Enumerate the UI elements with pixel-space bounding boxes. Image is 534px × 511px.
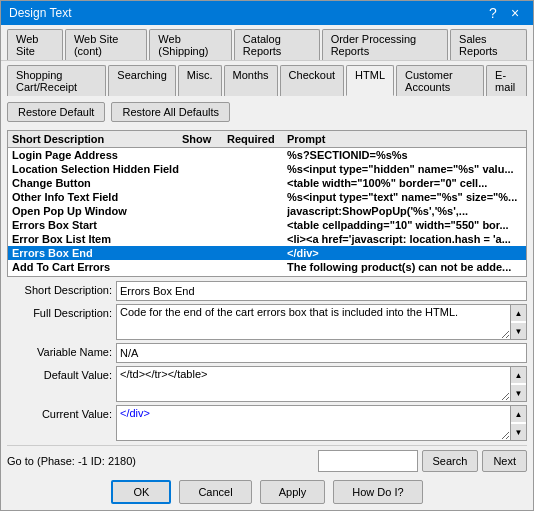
tab-sales-reports[interactable]: Sales Reports	[450, 29, 527, 60]
full-description-label: Full Description:	[7, 304, 112, 319]
table-row[interactable]: Add To Cart Errors The following product…	[8, 260, 526, 274]
current-value-scrollbar: ▲ ▼	[510, 406, 526, 440]
tab-web-shipping[interactable]: Web (Shipping)	[149, 29, 231, 60]
table-row[interactable]: Location Selection Hidden Field %s<input…	[8, 162, 526, 176]
variable-name-label: Variable Name:	[7, 343, 112, 358]
col-header-short: Short Description	[12, 133, 182, 145]
col-header-required: Required	[227, 133, 287, 145]
scroll-down-btn[interactable]: ▼	[511, 323, 526, 339]
current-value-row: Current Value: </div> ▲ ▼	[7, 405, 527, 441]
form-section: Short Description: Full Description: Cod…	[7, 281, 527, 441]
default-value-label: Default Value:	[7, 366, 112, 381]
table-row[interactable]: No Products Added Error No products have…	[8, 274, 526, 276]
search-input[interactable]	[318, 450, 418, 472]
table-row[interactable]: Other Info Text Field %s<input type="tex…	[8, 190, 526, 204]
table-row-selected[interactable]: Errors Box End </div>	[8, 246, 526, 260]
col-header-prompt: Prompt	[287, 133, 522, 145]
tab-web-site-cont[interactable]: Web Site (cont)	[65, 29, 147, 60]
default-value-wrapper: </td></tr></table> ▲ ▼	[116, 366, 527, 402]
apply-button[interactable]: Apply	[260, 480, 326, 504]
phase-info: (Phase: -1 ID: 2180)	[37, 455, 136, 467]
full-description-input[interactable]: Code for the end of the cart errors box …	[117, 305, 510, 339]
restore-all-defaults-button[interactable]: Restore All Defaults	[111, 102, 230, 122]
tab-shopping-cart[interactable]: Shopping Cart/Receipt	[7, 65, 106, 96]
restore-default-button[interactable]: Restore Default	[7, 102, 105, 122]
full-description-scrollbar: ▲ ▼	[510, 305, 526, 339]
inner-tab-bar: Shopping Cart/Receipt Searching Misc. Mo…	[1, 61, 533, 96]
cancel-button[interactable]: Cancel	[179, 480, 251, 504]
how-do-i-button[interactable]: How Do I?	[333, 480, 422, 504]
current-value-label: Current Value:	[7, 405, 112, 420]
scroll-down-btn[interactable]: ▼	[511, 424, 526, 440]
window-title: Design Text	[9, 6, 71, 20]
table-row[interactable]: Errors Box Start <table cellpadding="10"…	[8, 218, 526, 232]
tab-customer-accounts[interactable]: Customer Accounts	[396, 65, 484, 96]
tab-email[interactable]: E-mail	[486, 65, 527, 96]
bottom-buttons: OK Cancel Apply How Do I?	[7, 476, 527, 504]
table-row[interactable]: Login Page Address %s?SECTIONID=%s%s	[8, 148, 526, 162]
footer: Go to (Phase: -1 ID: 2180) Search Next	[7, 445, 527, 472]
default-value-input[interactable]: </td></tr></table>	[117, 367, 510, 401]
default-value-scrollbar: ▲ ▼	[510, 367, 526, 401]
data-table: Short Description Show Required Prompt L…	[7, 130, 527, 277]
col-header-show: Show	[182, 133, 227, 145]
variable-name-row: Variable Name:	[7, 343, 527, 363]
ok-button[interactable]: OK	[111, 480, 171, 504]
main-window: Design Text ? × Web Site Web Site (cont)…	[0, 0, 534, 511]
tab-catalog-reports[interactable]: Catalog Reports	[234, 29, 320, 60]
close-button[interactable]: ×	[505, 3, 525, 23]
default-value-row: Default Value: </td></tr></table> ▲ ▼	[7, 366, 527, 402]
full-description-wrapper: Code for the end of the cart errors box …	[116, 304, 527, 340]
title-bar-controls: ? ×	[483, 3, 525, 23]
tab-html[interactable]: HTML	[346, 65, 394, 96]
help-button[interactable]: ?	[483, 3, 503, 23]
footer-info: Go to (Phase: -1 ID: 2180)	[7, 455, 312, 467]
tab-misc[interactable]: Misc.	[178, 65, 222, 96]
short-description-row: Short Description:	[7, 281, 527, 301]
table-body: Login Page Address %s?SECTIONID=%s%s Loc…	[8, 148, 526, 276]
scroll-up-btn[interactable]: ▲	[511, 406, 526, 422]
tab-order-processing[interactable]: Order Processing Reports	[322, 29, 448, 60]
tab-checkout[interactable]: Checkout	[280, 65, 344, 96]
table-row[interactable]: Change Button <table width="100%" border…	[8, 176, 526, 190]
table-row[interactable]: Error Box List Item <li><a href='javascr…	[8, 232, 526, 246]
search-button[interactable]: Search	[422, 450, 479, 472]
tab-months[interactable]: Months	[224, 65, 278, 96]
title-bar: Design Text ? ×	[1, 1, 533, 25]
short-description-label: Short Description:	[7, 281, 112, 296]
full-description-row: Full Description: Code for the end of th…	[7, 304, 527, 340]
variable-name-input[interactable]	[116, 343, 527, 363]
footer-search: Search Next	[318, 450, 527, 472]
scroll-down-btn[interactable]: ▼	[511, 385, 526, 401]
toolbar: Restore Default Restore All Defaults	[7, 102, 527, 126]
goto-label: Go to	[7, 455, 34, 467]
table-row[interactable]: Open Pop Up Window javascript:ShowPopUp(…	[8, 204, 526, 218]
main-content: Restore Default Restore All Defaults Sho…	[1, 96, 533, 510]
scroll-up-btn[interactable]: ▲	[511, 305, 526, 321]
current-value-input[interactable]: </div>	[117, 406, 510, 440]
next-button[interactable]: Next	[482, 450, 527, 472]
current-value-wrapper: </div> ▲ ▼	[116, 405, 527, 441]
tab-web-site[interactable]: Web Site	[7, 29, 63, 60]
short-description-input[interactable]	[116, 281, 527, 301]
table-header: Short Description Show Required Prompt	[8, 131, 526, 148]
outer-tab-bar: Web Site Web Site (cont) Web (Shipping) …	[1, 25, 533, 61]
tab-searching[interactable]: Searching	[108, 65, 176, 96]
scroll-up-btn[interactable]: ▲	[511, 367, 526, 383]
